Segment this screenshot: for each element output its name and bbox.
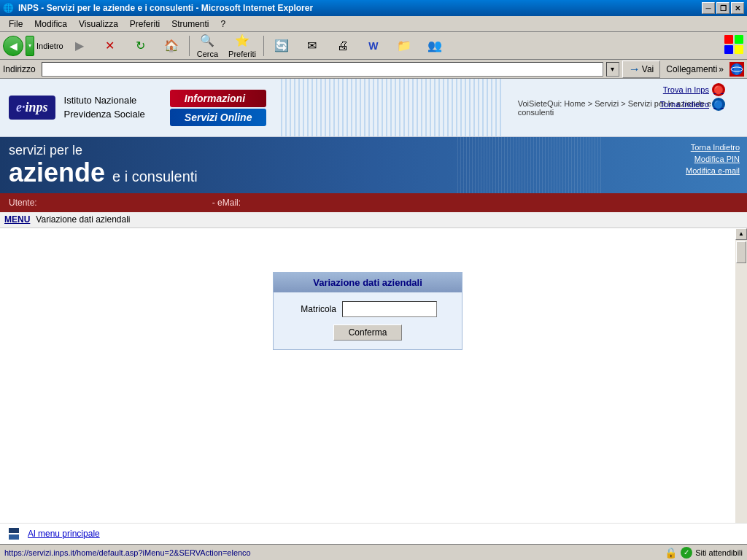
header-stripe (281, 79, 503, 136)
svg-rect-3 (735, 45, 743, 54)
separator-1 (189, 36, 190, 56)
nav-buttons-area: Informazioni Servizi Online (163, 90, 274, 126)
minimize-button[interactable]: ─ (702, 2, 715, 14)
scroll-thumb[interactable] (736, 241, 746, 263)
menu-file[interactable]: File (3, 18, 28, 31)
ie-icon (729, 62, 744, 77)
modifica-pin-link[interactable]: Modifica PIN (694, 155, 740, 163)
org-line2: Previdenza Sociale (64, 108, 145, 121)
menu-bar: File Modifica Visualizza Preferiti Strum… (0, 16, 747, 32)
refresh-button[interactable]: ↻ (126, 37, 155, 55)
content-scroll[interactable]: Variazione dati aziendali Matricola Conf… (0, 228, 735, 542)
servizi-button[interactable]: Servizi Online (170, 109, 267, 126)
torna-indietro-top-link[interactable]: Torna Indietro 🔵 (660, 98, 725, 111)
search-button[interactable]: 🔍 Cerca (193, 32, 222, 60)
back-button[interactable]: ◀ (3, 36, 23, 56)
stop-icon: ✕ (103, 39, 117, 53)
word-button[interactable]: W (359, 37, 388, 55)
scroll-track[interactable] (735, 240, 747, 530)
users-button[interactable]: 👥 (420, 37, 449, 55)
scrollbar: ▲ ▼ (735, 228, 747, 542)
home-icon: 🏠 (164, 39, 179, 53)
print-icon: 🖨 (336, 39, 350, 53)
back-label: Indietro (36, 42, 63, 50)
modifica-email-link[interactable]: Modifica e-mail (686, 166, 740, 175)
main-wrapper: Variazione dati aziendali Matricola Conf… (0, 228, 747, 542)
logo-text: Istituto Nazionale Previdenza Sociale (55, 91, 154, 123)
collegamenti-label: Collegamenti (666, 64, 717, 74)
header-right-links: Torna Indietro Modifica PIN Modifica e-m… (686, 143, 740, 175)
close-button[interactable]: ✕ (731, 2, 744, 14)
status-url: https://servizi.inps.it/home/default.asp… (4, 548, 659, 557)
media-button[interactable]: 🔄 (267, 37, 296, 55)
mail-icon: ✉ (305, 39, 320, 53)
torna-indietro-top-icon: 🔵 (712, 98, 725, 111)
top-links: Trova in Inps 🔴 Torna Indietro 🔵 (660, 83, 725, 111)
media-icon: 🔄 (274, 39, 289, 53)
menu-link[interactable]: MENU (4, 214, 30, 225)
form-box: Variazione dati aziendali Matricola Conf… (273, 272, 462, 350)
bottom-icons (9, 528, 19, 540)
svg-rect-1 (735, 35, 743, 44)
logo-einps: e·inps (9, 96, 55, 120)
svg-rect-0 (724, 35, 733, 44)
home-button[interactable]: 🏠 (157, 37, 186, 55)
title-bar-text: 🌐 INPS - Servizi per le aziende e i cons… (3, 3, 313, 13)
svg-point-5 (734, 63, 740, 75)
folder-icon: 📁 (397, 39, 411, 53)
matricola-label: Matricola (285, 304, 336, 314)
scroll-up-button[interactable]: ▲ (735, 228, 747, 240)
search-label: Cerca (197, 50, 218, 58)
inps-header: e·inps Istituto Nazionale Previdenza Soc… (0, 79, 747, 137)
status-bar: https://servizi.inps.it/home/default.asp… (0, 544, 747, 560)
icon-block-2 (9, 534, 19, 540)
user-bar: Utente: - eMail: (0, 193, 747, 212)
icon-block-1 (9, 528, 19, 533)
menu-strumenti[interactable]: Strumenti (166, 18, 214, 31)
content-area: Variazione dati aziendali Matricola Conf… (0, 228, 735, 542)
status-icons: 🔒 ✓ Siti attendibili (665, 547, 743, 559)
header-line1: servizi per le (9, 143, 198, 158)
mail-button[interactable]: ✉ (298, 37, 327, 55)
matricola-input[interactable] (342, 301, 437, 317)
siti-label: Siti attendibili (695, 548, 743, 557)
al-menu-link[interactable]: Al menu principale (28, 529, 100, 539)
trova-inps-icon: 🔴 (712, 83, 725, 96)
trova-inps-link[interactable]: Trova in Inps 🔴 (663, 83, 725, 96)
menu-help[interactable]: ? (215, 18, 232, 31)
address-input[interactable] (42, 62, 603, 77)
stop-button[interactable]: ✕ (96, 37, 125, 55)
matricola-row: Matricola (285, 301, 450, 317)
svg-rect-2 (724, 45, 733, 54)
form-body: Matricola Conferma (274, 292, 462, 349)
address-dropdown[interactable]: ▾ (606, 62, 619, 77)
favorites-label: Preferiti (228, 50, 256, 58)
menu-modifica[interactable]: Modifica (28, 18, 73, 31)
menu-visualizza[interactable]: Visualizza (73, 18, 124, 31)
windows-logo (724, 34, 744, 57)
header-line3: e i consulenti (112, 168, 198, 184)
restore-button[interactable]: ❐ (716, 2, 729, 14)
torna-indietro-link[interactable]: Torna Indietro (691, 143, 740, 152)
separator-2 (263, 36, 264, 56)
address-bar: Indirizzo ▾ → Vai Collegamenti » (0, 60, 747, 79)
back-dropdown[interactable]: ▾ (26, 36, 34, 56)
forward-button[interactable]: ▶ (65, 37, 94, 55)
informazioni-button[interactable]: Informazioni (170, 90, 267, 107)
collegamenti-arrow: » (719, 64, 724, 74)
folder-button[interactable]: 📁 (390, 37, 419, 55)
conferma-button[interactable]: Conferma (333, 324, 403, 341)
menu-preferiti[interactable]: Preferiti (124, 18, 166, 31)
vai-button[interactable]: → Vai (622, 61, 660, 78)
address-label: Indirizzo (3, 64, 36, 74)
email-label: - eMail: (212, 198, 241, 208)
print-button[interactable]: 🖨 (328, 37, 357, 55)
vai-label: Vai (642, 64, 654, 74)
collegamenti-button[interactable]: Collegamenti » (663, 63, 727, 76)
window-icon: 🌐 (3, 3, 14, 13)
title-bar-controls: ─ ❐ ✕ (702, 2, 744, 14)
form-buttons: Conferma (285, 324, 450, 341)
search-icon: 🔍 (200, 34, 214, 48)
vai-arrow-icon: → (629, 63, 640, 76)
favorites-button[interactable]: ⭐ Preferiti (224, 32, 260, 60)
